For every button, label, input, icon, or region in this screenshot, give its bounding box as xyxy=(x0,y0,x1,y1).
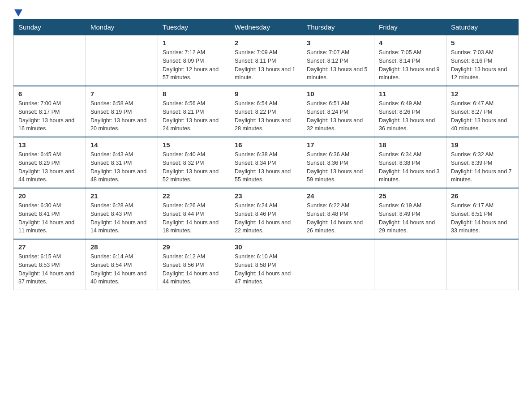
calendar-cell: 7Sunrise: 6:58 AMSunset: 8:19 PMDaylight… xyxy=(86,86,158,137)
day-info: Sunrise: 6:34 AMSunset: 8:38 PMDaylight:… xyxy=(379,150,442,184)
day-info: Sunrise: 6:47 AMSunset: 8:27 PMDaylight:… xyxy=(451,99,514,133)
calendar-cell: 15Sunrise: 6:40 AMSunset: 8:32 PMDayligh… xyxy=(158,137,230,188)
calendar-cell: 17Sunrise: 6:36 AMSunset: 8:36 PMDayligh… xyxy=(302,137,374,188)
day-info: Sunrise: 6:24 AMSunset: 8:46 PMDaylight:… xyxy=(235,201,297,235)
day-info: Sunrise: 6:58 AMSunset: 8:19 PMDaylight:… xyxy=(90,99,153,133)
day-number: 6 xyxy=(18,90,81,98)
day-number: 5 xyxy=(451,39,514,47)
day-number: 15 xyxy=(163,141,225,149)
calendar-cell: 9Sunrise: 6:54 AMSunset: 8:22 PMDaylight… xyxy=(230,86,302,137)
day-number: 29 xyxy=(163,243,225,251)
day-number: 4 xyxy=(379,39,442,47)
day-number: 22 xyxy=(163,192,225,200)
logo xyxy=(13,11,24,15)
calendar-header-row: SundayMondayTuesdayWednesdayThursdayFrid… xyxy=(14,20,519,35)
calendar-cell xyxy=(374,239,446,290)
day-number: 30 xyxy=(235,243,297,251)
day-info: Sunrise: 6:38 AMSunset: 8:34 PMDaylight:… xyxy=(235,150,297,184)
calendar-cell: 14Sunrise: 6:43 AMSunset: 8:31 PMDayligh… xyxy=(86,137,158,188)
day-number: 8 xyxy=(163,90,225,98)
day-info: Sunrise: 6:10 AMSunset: 8:58 PMDaylight:… xyxy=(235,253,297,286)
calendar-cell xyxy=(302,239,374,290)
day-info: Sunrise: 6:54 AMSunset: 8:22 PMDaylight:… xyxy=(235,99,297,133)
weekday-header-wednesday: Wednesday xyxy=(230,20,302,35)
day-info: Sunrise: 6:49 AMSunset: 8:26 PMDaylight:… xyxy=(379,99,442,133)
day-info: Sunrise: 6:12 AMSunset: 8:56 PMDaylight:… xyxy=(163,253,225,286)
calendar-cell: 28Sunrise: 6:14 AMSunset: 8:54 PMDayligh… xyxy=(86,239,158,290)
calendar-cell: 29Sunrise: 6:12 AMSunset: 8:56 PMDayligh… xyxy=(158,239,230,290)
calendar-cell: 2Sunrise: 7:09 AMSunset: 8:11 PMDaylight… xyxy=(230,35,302,86)
day-number: 9 xyxy=(235,90,297,98)
day-number: 16 xyxy=(235,141,297,149)
day-info: Sunrise: 6:43 AMSunset: 8:31 PMDaylight:… xyxy=(90,150,153,184)
day-info: Sunrise: 6:45 AMSunset: 8:29 PMDaylight:… xyxy=(18,150,81,184)
day-info: Sunrise: 7:12 AMSunset: 8:09 PMDaylight:… xyxy=(163,48,225,82)
calendar-cell: 10Sunrise: 6:51 AMSunset: 8:24 PMDayligh… xyxy=(302,86,374,137)
day-number: 17 xyxy=(307,141,369,149)
day-number: 3 xyxy=(307,39,369,47)
day-number: 12 xyxy=(451,90,514,98)
calendar-week-row: 27Sunrise: 6:15 AMSunset: 8:53 PMDayligh… xyxy=(14,239,519,290)
day-info: Sunrise: 6:17 AMSunset: 8:51 PMDaylight:… xyxy=(451,201,514,235)
weekday-header-monday: Monday xyxy=(86,20,158,35)
weekday-header-sunday: Sunday xyxy=(14,20,86,35)
calendar-cell xyxy=(446,239,519,290)
weekday-header-tuesday: Tuesday xyxy=(158,20,230,35)
day-info: Sunrise: 6:51 AMSunset: 8:24 PMDaylight:… xyxy=(307,99,369,133)
svg-marker-0 xyxy=(14,9,22,17)
day-number: 21 xyxy=(90,192,153,200)
day-number: 19 xyxy=(451,141,514,149)
calendar-cell: 20Sunrise: 6:30 AMSunset: 8:41 PMDayligh… xyxy=(14,188,86,239)
calendar-cell: 16Sunrise: 6:38 AMSunset: 8:34 PMDayligh… xyxy=(230,137,302,188)
day-number: 10 xyxy=(307,90,369,98)
calendar-week-row: 6Sunrise: 7:00 AMSunset: 8:17 PMDaylight… xyxy=(14,86,519,137)
day-info: Sunrise: 6:32 AMSunset: 8:39 PMDaylight:… xyxy=(451,150,514,184)
calendar-cell: 25Sunrise: 6:19 AMSunset: 8:49 PMDayligh… xyxy=(374,188,446,239)
calendar-cell: 19Sunrise: 6:32 AMSunset: 8:39 PMDayligh… xyxy=(446,137,519,188)
page-header xyxy=(13,9,519,15)
day-number: 26 xyxy=(451,192,514,200)
logo-triangle-icon xyxy=(14,8,24,17)
day-number: 11 xyxy=(379,90,442,98)
calendar-cell xyxy=(86,35,158,86)
day-number: 20 xyxy=(18,192,81,200)
calendar-cell: 1Sunrise: 7:12 AMSunset: 8:09 PMDaylight… xyxy=(158,35,230,86)
day-number: 1 xyxy=(163,39,225,47)
day-info: Sunrise: 7:05 AMSunset: 8:14 PMDaylight:… xyxy=(379,48,442,82)
day-info: Sunrise: 6:15 AMSunset: 8:53 PMDaylight:… xyxy=(18,253,81,286)
day-info: Sunrise: 6:28 AMSunset: 8:43 PMDaylight:… xyxy=(90,201,153,235)
weekday-header-saturday: Saturday xyxy=(446,20,519,35)
day-info: Sunrise: 6:14 AMSunset: 8:54 PMDaylight:… xyxy=(90,253,153,286)
weekday-header-thursday: Thursday xyxy=(302,20,374,35)
day-info: Sunrise: 6:22 AMSunset: 8:48 PMDaylight:… xyxy=(307,201,369,235)
calendar-cell: 8Sunrise: 6:56 AMSunset: 8:21 PMDaylight… xyxy=(158,86,230,137)
calendar-cell: 3Sunrise: 7:07 AMSunset: 8:12 PMDaylight… xyxy=(302,35,374,86)
day-info: Sunrise: 6:26 AMSunset: 8:44 PMDaylight:… xyxy=(163,201,225,235)
calendar-cell: 4Sunrise: 7:05 AMSunset: 8:14 PMDaylight… xyxy=(374,35,446,86)
day-number: 23 xyxy=(235,192,297,200)
weekday-header-friday: Friday xyxy=(374,20,446,35)
calendar-cell: 13Sunrise: 6:45 AMSunset: 8:29 PMDayligh… xyxy=(14,137,86,188)
day-info: Sunrise: 6:19 AMSunset: 8:49 PMDaylight:… xyxy=(379,201,442,235)
day-number: 14 xyxy=(90,141,153,149)
calendar-cell: 22Sunrise: 6:26 AMSunset: 8:44 PMDayligh… xyxy=(158,188,230,239)
calendar-cell xyxy=(14,35,86,86)
day-info: Sunrise: 7:03 AMSunset: 8:16 PMDaylight:… xyxy=(451,48,514,82)
calendar-week-row: 20Sunrise: 6:30 AMSunset: 8:41 PMDayligh… xyxy=(14,188,519,239)
day-info: Sunrise: 6:36 AMSunset: 8:36 PMDaylight:… xyxy=(307,150,369,184)
day-number: 7 xyxy=(90,90,153,98)
day-number: 27 xyxy=(18,243,81,251)
calendar-table: SundayMondayTuesdayWednesdayThursdayFrid… xyxy=(13,19,519,290)
day-number: 13 xyxy=(18,141,81,149)
day-info: Sunrise: 7:07 AMSunset: 8:12 PMDaylight:… xyxy=(307,48,369,82)
calendar-cell: 30Sunrise: 6:10 AMSunset: 8:58 PMDayligh… xyxy=(230,239,302,290)
calendar-cell: 12Sunrise: 6:47 AMSunset: 8:27 PMDayligh… xyxy=(446,86,519,137)
logo-text xyxy=(13,11,24,15)
day-number: 25 xyxy=(379,192,442,200)
day-number: 18 xyxy=(379,141,442,149)
calendar-week-row: 1Sunrise: 7:12 AMSunset: 8:09 PMDaylight… xyxy=(14,35,519,86)
day-info: Sunrise: 6:56 AMSunset: 8:21 PMDaylight:… xyxy=(163,99,225,133)
day-info: Sunrise: 6:40 AMSunset: 8:32 PMDaylight:… xyxy=(163,150,225,184)
calendar-cell: 21Sunrise: 6:28 AMSunset: 8:43 PMDayligh… xyxy=(86,188,158,239)
day-number: 2 xyxy=(235,39,297,47)
